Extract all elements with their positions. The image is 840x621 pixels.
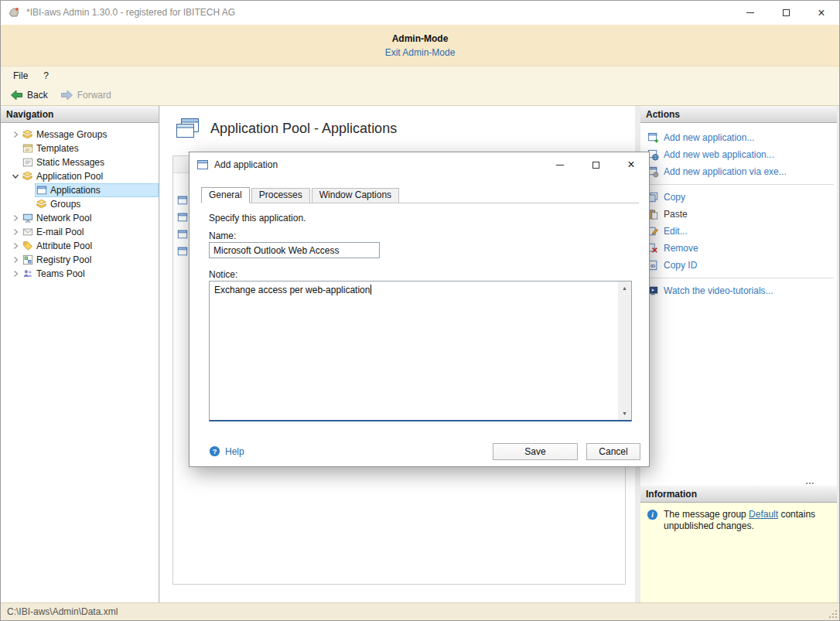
svg-text:ID: ID	[650, 263, 656, 268]
svg-text:i: i	[651, 511, 654, 519]
notice-scrollbar[interactable]: ▲ ▼	[618, 281, 631, 420]
dialog-icon	[196, 159, 209, 171]
action-copy-id[interactable]: IDCopy ID	[640, 257, 837, 274]
sidebar-item-teams-pool[interactable]: Teams Pool	[1, 267, 159, 281]
expander-collapsed-icon[interactable]	[10, 242, 21, 250]
application-row[interactable]	[177, 212, 190, 224]
network-pool-icon	[22, 213, 33, 224]
expander-collapsed-icon[interactable]	[10, 270, 21, 278]
information-message-prefix: The message group	[664, 509, 749, 520]
minimize-icon	[746, 12, 754, 13]
menu-help[interactable]: ?	[36, 70, 56, 81]
dialog-title: Add application	[214, 152, 278, 177]
sidebar-item-applications[interactable]: Applications	[1, 183, 159, 197]
titlebar: *IBI-aws Admin 1.30.0 - registered for I…	[1, 1, 839, 25]
action-copy[interactable]: Copy	[640, 189, 837, 206]
application-window: *IBI-aws Admin 1.30.0 - registered for I…	[0, 0, 840, 621]
panel-splitter-grip[interactable]: …	[805, 476, 815, 486]
back-button[interactable]: Back	[4, 87, 54, 103]
menu-file[interactable]: File	[5, 70, 36, 81]
maximize-button[interactable]	[768, 1, 804, 25]
dialog-close-button[interactable]: ×	[613, 152, 649, 177]
action-paste[interactable]: Paste	[640, 206, 837, 223]
action-add-new-web-application[interactable]: Add new web application...	[640, 146, 837, 163]
information-box: i The message group Default contains unp…	[640, 503, 837, 602]
sidebar-item-network-pool[interactable]: Network Pool	[1, 211, 159, 225]
back-arrow-icon	[10, 89, 23, 101]
navigation-tree: Message GroupsTemplatesStatic MessagesAp…	[1, 123, 159, 281]
action-label: Add new web application...	[664, 149, 774, 160]
message-groups-icon	[22, 129, 33, 141]
minimize-button[interactable]	[732, 1, 768, 25]
sidebar-item-content: Attribute Pool	[21, 239, 159, 253]
help-link[interactable]: ? Help	[209, 445, 244, 457]
page-title-row: Application Pool - Applications	[176, 118, 397, 139]
cancel-button[interactable]: Cancel	[586, 443, 640, 460]
dialog-maximize-button[interactable]	[578, 152, 613, 177]
sidebar-item-static-messages[interactable]: Static Messages	[1, 155, 159, 169]
applications-page-icon	[176, 118, 200, 139]
actions-list: Add new application...Add new web applic…	[640, 123, 837, 299]
name-label: Name:	[209, 230, 236, 241]
sidebar-item-templates[interactable]: Templates	[1, 142, 159, 155]
action-label: Add new application via exe...	[664, 166, 787, 177]
expander-collapsed-icon[interactable]	[10, 214, 21, 222]
application-row-icon	[177, 229, 190, 240]
menubar: File ?	[1, 67, 839, 85]
sidebar-item-content: Templates	[21, 142, 159, 155]
dialog-minimize-button[interactable]	[542, 152, 578, 177]
exit-admin-mode-link[interactable]: Exit Admin-Mode	[385, 47, 456, 58]
dialog-titlebar[interactable]: Add application ×	[190, 152, 649, 177]
sidebar-item-content: E-mail Pool	[21, 225, 159, 239]
sidebar-item-label: Groups	[50, 199, 80, 210]
dialog-tab-strip: GeneralProcessesWindow Captions	[201, 187, 639, 203]
information-message: The message group Default contains unpub…	[664, 509, 828, 532]
action-watch-the-video-tutorials[interactable]: Watch the video-tutorials...	[640, 282, 837, 299]
forward-button[interactable]: Forward	[54, 87, 118, 103]
scroll-up-icon[interactable]: ▲	[618, 281, 631, 295]
save-button[interactable]: Save	[493, 443, 578, 460]
action-remove[interactable]: Remove	[640, 240, 837, 257]
expander-collapsed-icon[interactable]	[10, 228, 21, 236]
help-label: Help	[225, 446, 244, 457]
templates-icon	[22, 143, 33, 155]
static-messages-icon	[22, 157, 33, 169]
sidebar-item-label: Network Pool	[36, 213, 91, 223]
sidebar-item-application-pool[interactable]: Application Pool	[1, 169, 159, 183]
application-name-input[interactable]	[209, 242, 380, 258]
application-row[interactable]	[177, 246, 190, 258]
expander-expanded-icon[interactable]	[10, 172, 21, 180]
registry-pool-icon	[22, 254, 33, 266]
information-header: Information	[640, 486, 837, 503]
sidebar-item-attribute-pool[interactable]: Attribute Pool	[1, 239, 159, 253]
close-button[interactable]: ×	[804, 1, 839, 25]
sidebar-item-groups[interactable]: Groups	[1, 197, 159, 211]
actions-separator	[644, 278, 834, 278]
default-message-group-link[interactable]: Default	[749, 509, 778, 520]
attribute-pool-icon	[22, 241, 33, 252]
info-icon: i	[647, 509, 658, 520]
application-row[interactable]	[177, 229, 190, 241]
dialog-window-controls: ×	[542, 152, 649, 177]
tab-window-captions[interactable]: Window Captions	[312, 188, 399, 203]
tab-general[interactable]: General	[201, 187, 250, 203]
sidebar-item-label: Templates	[36, 143, 79, 154]
toolbar: Back Forward	[1, 85, 839, 106]
scroll-down-icon[interactable]: ▼	[618, 407, 631, 420]
action-add-new-application[interactable]: Add new application...	[640, 129, 837, 146]
actions-header: Actions	[640, 106, 837, 123]
sidebar-item-registry-pool[interactable]: Registry Pool	[1, 253, 159, 267]
expander-collapsed-icon[interactable]	[10, 256, 21, 264]
action-label: Add new application...	[664, 132, 754, 143]
application-notice-textarea[interactable]: Exchange access per web-application ▲ ▼	[209, 281, 632, 421]
expander-collapsed-icon[interactable]	[10, 131, 21, 138]
action-edit[interactable]: Edit...	[640, 223, 837, 240]
navigation-header: Navigation	[1, 106, 159, 123]
sidebar-item-message-groups[interactable]: Message Groups	[1, 128, 159, 142]
resize-grip-icon[interactable]	[828, 609, 838, 619]
tab-processes[interactable]: Processes	[251, 188, 310, 203]
action-add-new-application-via-exe[interactable]: Add new application via exe...	[640, 163, 837, 180]
application-row[interactable]	[177, 195, 190, 207]
app-logo-icon	[8, 6, 20, 19]
sidebar-item-e-mail-pool[interactable]: E-mail Pool	[1, 225, 159, 239]
